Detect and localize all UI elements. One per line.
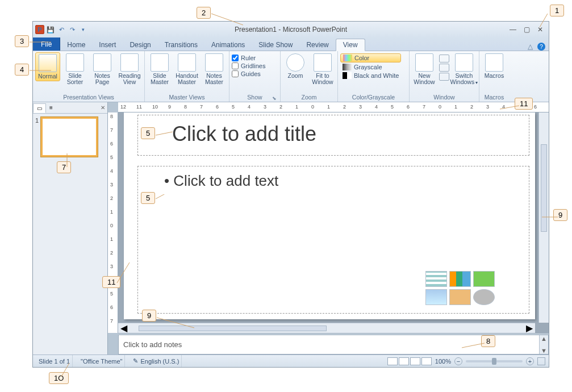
color-swatch-icon (343, 55, 352, 61)
annotation-8: 8 (481, 335, 495, 347)
bw-swatch-icon (343, 72, 352, 79)
annotation-3: 3 (15, 35, 29, 47)
handout-master-button[interactable]: Handout Master (174, 52, 199, 86)
group-master-views: Slide Master Handout Master Notes Master… (145, 51, 229, 102)
slide-thumbnail-1[interactable]: 1 (33, 114, 107, 160)
annotation-2: 2 (197, 7, 211, 19)
slideshow-view-icon[interactable] (421, 357, 432, 365)
slides-tab-icon[interactable]: ▭ (33, 103, 46, 113)
color-mode-grayscale[interactable]: Grayscale (340, 63, 401, 71)
insert-media-icon[interactable] (473, 289, 495, 305)
group-zoom: Zoom Fit to Window Zoom (281, 51, 338, 102)
arrange-all-icon[interactable] (439, 55, 449, 62)
tab-review[interactable]: Review (299, 39, 335, 51)
normal-view-button[interactable]: Normal (35, 52, 60, 81)
notes-master-button[interactable]: Notes Master (202, 52, 227, 86)
annotation-5b: 5 (141, 192, 155, 204)
reading-view-button[interactable]: Reading View (117, 52, 142, 86)
notes-scrollbar[interactable]: ▲▼ (539, 335, 548, 354)
slide-thumb-number: 1 (35, 117, 39, 157)
panel-close-icon[interactable]: ✕ (101, 105, 107, 111)
content-insert-icons (425, 271, 495, 305)
annotation-11a: 11 (515, 98, 533, 110)
color-mode-bw[interactable]: Black and White (340, 72, 401, 80)
save-icon[interactable]: 💾 (46, 25, 55, 34)
tab-transitions[interactable]: Transitions (158, 39, 204, 51)
new-window-button[interactable]: New Window (412, 52, 437, 86)
gridlines-checkbox[interactable]: Gridlines (232, 62, 265, 69)
window-controls: — ▢ ✕ (508, 25, 549, 34)
tab-design[interactable]: Design (123, 39, 157, 51)
slide-master-button[interactable]: Slide Master (147, 52, 172, 86)
notes-page-button[interactable]: Notes Page (90, 52, 115, 86)
reading-view-icon[interactable] (410, 357, 420, 365)
ribbon-tabs: File Home Insert Design Transitions Anim… (33, 37, 549, 51)
slide-thumb (41, 117, 98, 157)
redo-icon[interactable]: ↷ (68, 25, 77, 34)
close-icon[interactable]: ✕ (535, 25, 545, 34)
horizontal-scrollbar[interactable]: ◀▶ (118, 323, 535, 333)
app-window: P 💾 ↶ ↷ ▾ Presentation1 - Microsoft Powe… (32, 21, 549, 368)
body-placeholder-text: Click to add text (138, 166, 529, 190)
fit-icon[interactable] (537, 357, 545, 365)
file-tab[interactable]: File (33, 37, 60, 51)
slide[interactable]: Click to add title Click to add text (124, 112, 535, 319)
macros-button[interactable]: Macros (482, 52, 507, 80)
zoom-value[interactable]: 100% (435, 358, 451, 365)
outline-tab-icon[interactable]: ≡ (46, 103, 56, 112)
zoom-slider[interactable] (466, 360, 523, 362)
insert-smartart-icon[interactable] (473, 271, 495, 287)
ribbon-minimize-icon[interactable]: △ (528, 43, 533, 51)
help-icon[interactable]: ? (537, 43, 545, 51)
slide-canvas-area: Click to add title Click to add text (118, 112, 549, 333)
ruler-checkbox[interactable]: Ruler (232, 55, 265, 61)
slide-panel: ▭ ≡ ✕ 1 (33, 102, 108, 355)
insert-chart-icon[interactable] (449, 271, 471, 287)
move-split-icon[interactable] (439, 73, 449, 81)
undo-icon[interactable]: ↶ (57, 25, 66, 34)
group-presentation-views: Normal Slide Sorter Notes Page Reading V… (33, 51, 145, 102)
normal-view-icon[interactable] (387, 357, 398, 365)
tab-slideshow[interactable]: Slide Show (252, 39, 299, 51)
guides-checkbox[interactable]: Guides (232, 70, 265, 77)
color-mode-color[interactable]: Color (340, 53, 401, 62)
qat-dropdown-icon[interactable]: ▾ (78, 25, 87, 34)
fit-to-window-button[interactable]: Fit to Window (310, 52, 335, 86)
annotation-9a: 9 (553, 209, 567, 221)
group-show: Ruler Gridlines Guides Show (229, 51, 281, 102)
cascade-icon[interactable] (439, 64, 449, 72)
tab-view[interactable]: View (336, 39, 365, 51)
annotation-4: 4 (15, 64, 29, 76)
tab-insert[interactable]: Insert (92, 39, 123, 51)
insert-picture-icon[interactable] (425, 289, 447, 305)
vertical-ruler[interactable]: 8765432101234567 (108, 112, 118, 333)
slide-panel-tabs: ▭ ≡ ✕ (33, 102, 107, 114)
horizontal-ruler[interactable]: 121110987654321012345670123456 (118, 102, 549, 112)
notes-placeholder-text: Click to add notes (123, 340, 182, 349)
slide-sorter-button[interactable]: Slide Sorter (62, 52, 87, 86)
group-macros: Macros Macros (479, 51, 509, 102)
zoom-button[interactable]: Zoom (283, 52, 308, 80)
switch-windows-button[interactable]: Switch Windows (452, 52, 477, 86)
vertical-scrollbar[interactable] (538, 112, 549, 323)
insert-table-icon[interactable] (425, 271, 447, 287)
tab-home[interactable]: Home (60, 39, 92, 51)
status-slide-info[interactable]: Slide 1 of 1 (36, 355, 73, 367)
tab-animations[interactable]: Animations (204, 39, 252, 51)
maximize-icon[interactable]: ▢ (521, 25, 532, 34)
minimize-icon[interactable]: — (508, 25, 518, 34)
zoom-in-icon[interactable]: + (526, 357, 534, 365)
status-language[interactable]: ✎English (U.S.) (131, 355, 182, 367)
ribbon: Normal Slide Sorter Notes Page Reading V… (33, 51, 549, 102)
zoom-out-icon[interactable]: − (454, 357, 462, 365)
window-title: Presentation1 - Microsoft PowerPoint (235, 26, 347, 34)
title-placeholder[interactable]: Click to add title (137, 115, 529, 156)
annotation-10: 1O (49, 372, 69, 384)
body-placeholder[interactable]: Click to add text (137, 166, 529, 314)
insert-clipart-icon[interactable] (449, 289, 471, 305)
spellcheck-icon: ✎ (133, 357, 138, 365)
sorter-view-icon[interactable] (399, 357, 409, 365)
workspace: ▭ ≡ ✕ 1 121110987654321012345670123456 8… (33, 102, 549, 355)
annotation-11b: 11 (102, 276, 120, 288)
status-theme[interactable]: "Office Theme" (78, 355, 125, 367)
